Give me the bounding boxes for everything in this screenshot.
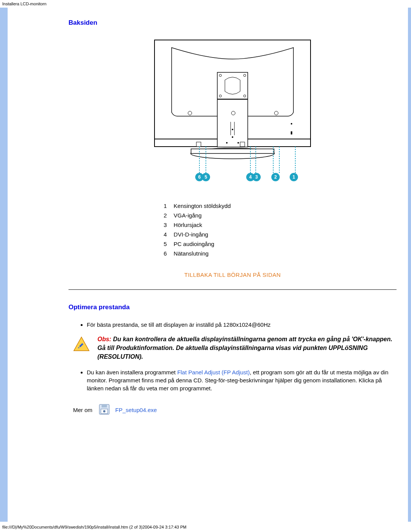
svg-text:1: 1 [293,174,295,180]
table-row: 6Nätanslutning [164,249,237,258]
svg-point-17 [231,111,235,115]
note-body: Du kan kontrollera de aktuella displayin… [97,336,392,360]
svg-rect-41 [291,131,292,134]
table-row: 5PC audioingång [164,239,237,249]
svg-rect-19 [196,142,201,147]
svg-text:3: 3 [255,174,258,180]
content-frame: Baksiden [0,8,411,522]
svg-text:2: 2 [274,174,277,180]
section-title-optimera: Optimera prestanda [68,304,397,311]
svg-point-40 [291,123,292,125]
fp-adjust-link[interactable]: Flat Panel Adjust (FP Adjust) [177,369,250,375]
svg-point-47 [103,410,105,412]
bullet2-pre: Du kan även installera programmet [87,369,177,375]
svg-point-43 [78,347,80,348]
svg-rect-15 [191,149,274,153]
footer-path: file:///D|/My%20Documents/dfu/W9/swedish… [0,522,411,532]
svg-point-16 [188,111,192,115]
svg-point-13 [226,142,228,144]
mer-om-label: Mer om [73,407,92,413]
table-row: 2VGA-igång [164,211,237,220]
warning-icon [73,336,90,353]
floppy-disk-icon [99,404,110,416]
connector-legend-table: 1Kensington stöldskydd 2VGA-igång 3Hörlu… [164,201,237,258]
svg-point-11 [232,136,233,138]
table-row: 1Kensington stöldskydd [164,201,237,211]
note-obs-label: Obs: [97,336,111,342]
svg-text:4: 4 [249,174,252,180]
bullet-item: För bästa prestanda, se till att display… [87,321,397,329]
exe-link[interactable]: FP_setup04.exe [115,407,157,413]
section-divider [68,289,397,290]
svg-point-12 [237,142,239,144]
rear-view-diagram: 6 5 4 3 2 1 [68,36,397,190]
note-text: Obs: Du kan kontrollera de aktuella disp… [97,335,397,361]
table-row: 4DVI-D-ingång [164,230,237,239]
bullet-item: Du kan även installera programmet Flat P… [87,368,397,392]
table-row: 3Hörlursjack [164,220,237,230]
section-title-baksiden: Baksiden [68,19,397,27]
svg-rect-7 [217,99,248,147]
svg-text:6: 6 [198,174,201,180]
page-header-label: Installera LCD-monitorn [0,0,411,8]
svg-rect-20 [240,142,245,147]
svg-text:5: 5 [205,174,207,180]
back-to-top-link[interactable]: TILLBAKA TILL BÖRJAN PÅ SIDAN [184,272,280,278]
svg-point-10 [232,129,233,130]
svg-rect-45 [102,404,107,407]
svg-point-18 [274,111,278,115]
